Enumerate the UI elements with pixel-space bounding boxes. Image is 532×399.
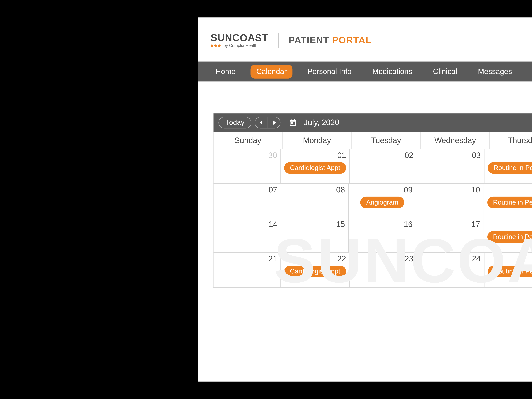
- app-title-1: PATIENT: [289, 35, 332, 45]
- day-number: 01: [284, 151, 346, 160]
- day-number: 25: [488, 254, 532, 263]
- day-cell[interactable]: 17: [416, 218, 484, 253]
- day-number: 02: [353, 151, 413, 160]
- day-number: 24: [420, 254, 481, 263]
- brand-dots-icon: [211, 44, 221, 47]
- day-number: 07: [217, 185, 277, 195]
- day-cell[interactable]: 03: [417, 149, 484, 184]
- page: SUNCOAST by Complia Health PATIENT PORTA…: [198, 18, 532, 381]
- brand-subline: by Complia Health: [211, 44, 268, 48]
- day-cell[interactable]: 25Routine in Person: [484, 253, 532, 287]
- app-title-2: PORTAL: [332, 35, 372, 45]
- day-cell[interactable]: 08: [281, 184, 349, 218]
- day-number: 16: [352, 220, 412, 229]
- nav-item-personal-info[interactable]: Personal Info: [302, 65, 357, 78]
- day-cell[interactable]: 04Routine in Person: [484, 149, 532, 184]
- main-nav: HomeCalendarPersonal InfoMedicationsClin…: [198, 62, 532, 82]
- week-row: 070809Angiogram1011Routine in Person1213: [214, 184, 532, 218]
- week-row: 3001Cardiologist Appt020304Routine in Pe…: [214, 149, 532, 184]
- brand-tagline: by Complia Health: [223, 44, 258, 48]
- week-row: 2122Cardiologist Appt232425Routine in Pe…: [214, 253, 532, 287]
- day-number: 04: [488, 151, 532, 160]
- prev-button[interactable]: [255, 117, 268, 128]
- day-number: 17: [420, 220, 480, 229]
- week-row: 1415161718Routine in Person1920: [214, 218, 532, 253]
- calendar-grid: 3001Cardiologist Appt020304Routine in Pe…: [214, 149, 532, 287]
- day-cell[interactable]: 01Cardiologist Appt: [281, 149, 350, 184]
- day-number: 03: [420, 151, 481, 160]
- day-cell[interactable]: 23: [350, 253, 417, 287]
- day-header-thursday: Thursday: [490, 132, 532, 149]
- nav-item-calendar[interactable]: Calendar: [251, 65, 292, 78]
- calendar-event[interactable]: Cardiologist Appt: [284, 266, 346, 277]
- day-cell[interactable]: 07: [214, 184, 281, 218]
- day-number: 21: [217, 254, 277, 263]
- day-header-monday: Monday: [283, 132, 352, 149]
- day-header-row: SundayMondayTuesdayWednesdayThursdayFrid…: [214, 132, 532, 149]
- day-number: 23: [353, 254, 413, 263]
- day-cell[interactable]: 02: [350, 149, 417, 184]
- calendar-body: 3001Cardiologist Appt020304Routine in Pe…: [214, 149, 532, 287]
- divider: [278, 33, 279, 48]
- triangle-right-icon: [272, 120, 276, 125]
- day-cell[interactable]: 15: [281, 218, 349, 253]
- day-cell[interactable]: 24: [417, 253, 484, 287]
- day-cell[interactable]: 09Angiogram: [349, 184, 416, 218]
- nav-arrow-group: [255, 117, 281, 128]
- day-cell[interactable]: 10: [416, 184, 484, 218]
- day-number: 18: [487, 220, 532, 229]
- date-picker-button[interactable]: [289, 119, 297, 127]
- nav-item-clinical[interactable]: Clinical: [427, 65, 463, 78]
- day-number: 09: [352, 185, 412, 195]
- content: Today July, 2020 DayWeekMonth: [198, 82, 532, 288]
- day-number: 22: [284, 254, 346, 263]
- app-title: PATIENT PORTAL: [289, 35, 372, 46]
- brand-name: SUNCOAST: [211, 33, 268, 43]
- day-header-tuesday: Tuesday: [352, 132, 421, 149]
- day-cell[interactable]: 16: [349, 218, 416, 253]
- day-cell[interactable]: 30: [214, 149, 281, 184]
- brand-logo: SUNCOAST by Complia Health: [211, 33, 268, 48]
- brand-block: SUNCOAST by Complia Health PATIENT PORTA…: [211, 33, 372, 48]
- calendar-event[interactable]: Routine in Person: [487, 197, 532, 208]
- day-header-sunday: Sunday: [214, 132, 283, 149]
- day-number: 08: [285, 185, 345, 195]
- next-button[interactable]: [268, 117, 280, 128]
- today-button[interactable]: Today: [218, 117, 252, 128]
- calendar-event[interactable]: Cardiologist Appt: [284, 162, 346, 174]
- nav-item-messages[interactable]: Messages: [472, 65, 518, 78]
- calendar-event[interactable]: Routine in Person: [488, 162, 532, 174]
- calendar-toolbar: Today July, 2020 DayWeekMonth: [214, 114, 532, 132]
- day-number: 15: [285, 220, 345, 229]
- day-number: 30: [217, 151, 277, 160]
- calendar-event[interactable]: Routine in Person: [488, 266, 532, 277]
- header: SUNCOAST by Complia Health PATIENT PORTA…: [198, 18, 532, 62]
- day-number: 10: [420, 185, 480, 195]
- day-cell[interactable]: 21: [214, 253, 281, 287]
- day-number: 14: [217, 220, 277, 229]
- day-cell[interactable]: 18Routine in Person: [484, 218, 532, 253]
- day-number: 11: [487, 185, 532, 195]
- nav-item-home[interactable]: Home: [210, 65, 241, 78]
- day-cell[interactable]: 22Cardiologist Appt: [281, 253, 350, 287]
- nav-item-my-documents[interactable]: My Documents: [527, 65, 532, 78]
- calendar-event[interactable]: Routine in Person: [487, 231, 532, 243]
- triangle-left-icon: [260, 120, 264, 125]
- month-label: July, 2020: [304, 118, 339, 127]
- day-cell[interactable]: 11Routine in Person: [484, 184, 532, 218]
- calendar: Today July, 2020 DayWeekMonth: [213, 113, 532, 288]
- calendar-event[interactable]: Angiogram: [361, 197, 404, 208]
- day-cell[interactable]: 14: [214, 218, 281, 253]
- day-header-wednesday: Wednesday: [421, 132, 490, 149]
- nav-item-medications[interactable]: Medications: [367, 65, 418, 78]
- calendar-icon: [289, 119, 297, 127]
